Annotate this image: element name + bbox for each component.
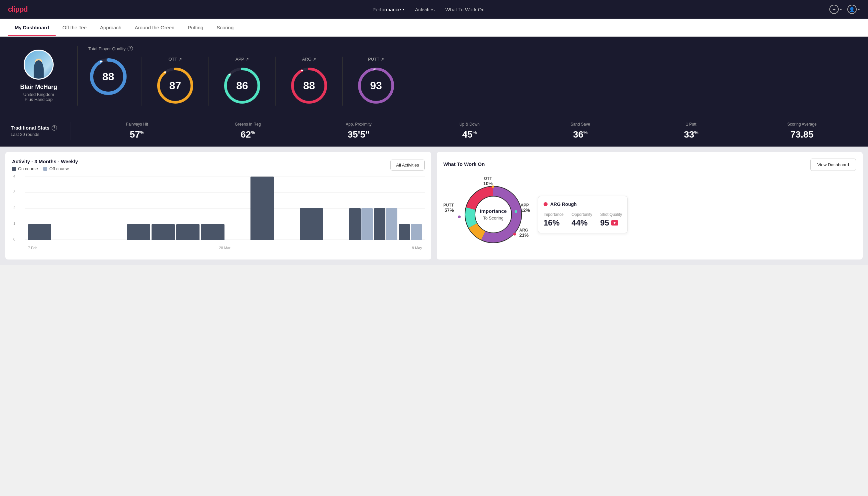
player-handicap: Plus Handicap bbox=[25, 97, 53, 102]
off-course-bar bbox=[361, 208, 373, 240]
metric-card-title-text: ARG Rough bbox=[550, 202, 577, 207]
score-arg-value: 88 bbox=[303, 80, 315, 92]
nav-activities[interactable]: Activities bbox=[415, 7, 435, 12]
score-arg: ARG ↗ 88 bbox=[276, 57, 343, 106]
donut-chart-wrap: Importance To Scoring PUTT 57% OTT 10% bbox=[443, 176, 530, 253]
user-menu-button[interactable]: 👤 ▾ bbox=[847, 5, 860, 14]
arrow-up-icon: ↗ bbox=[246, 57, 249, 62]
bar-group bbox=[176, 224, 200, 240]
avatar bbox=[23, 50, 53, 80]
chevron-down-icon: ▾ bbox=[858, 7, 860, 12]
score-putt: PUTT ↗ 93 bbox=[343, 57, 409, 106]
tab-around-the-green[interactable]: Around the Green bbox=[128, 19, 181, 36]
stat-greens-in-reg: Greens In Reg 62% bbox=[192, 122, 303, 140]
top-navigation: clippd Performance ▾ Activities What To … bbox=[0, 0, 868, 19]
score-putt-value: 93 bbox=[370, 80, 382, 92]
donut-center-title: Importance To Scoring bbox=[480, 208, 507, 221]
tpq-label: Total Player Quality ? bbox=[88, 46, 857, 51]
tab-off-the-tee[interactable]: Off the Tee bbox=[56, 19, 93, 36]
stat-sand-save: Sand Save 36% bbox=[525, 122, 636, 140]
ott-dot bbox=[492, 186, 494, 188]
tab-bar: My Dashboard Off the Tee Approach Around… bbox=[0, 19, 868, 37]
bar-group bbox=[28, 224, 51, 240]
what-to-work-on-panel: What To Work On View Dashboard bbox=[437, 152, 863, 260]
ts-period: Last 20 rounds bbox=[11, 132, 70, 137]
off-course-dot bbox=[43, 167, 47, 171]
info-icon[interactable]: ? bbox=[128, 46, 133, 51]
score-overall-value: 88 bbox=[102, 71, 114, 83]
nav-performance[interactable]: Performance ▾ bbox=[373, 7, 404, 12]
activity-panel-header: Activity - 3 Months - Weekly On course O… bbox=[12, 158, 425, 171]
score-overall: 88 bbox=[88, 57, 142, 106]
tab-scoring[interactable]: Scoring bbox=[210, 19, 240, 36]
activity-bar-chart: 4 3 2 1 0 7 Feb 28 Mar 9 May bbox=[12, 176, 425, 250]
view-dashboard-button[interactable]: View Dashboard bbox=[810, 158, 856, 171]
player-country: United Kingdom bbox=[23, 92, 54, 97]
hero-section: Blair McHarg United Kingdom Plus Handica… bbox=[0, 37, 868, 115]
legend-off-course: Off course bbox=[43, 166, 69, 171]
metric-opportunity: Opportunity 44% bbox=[571, 212, 592, 228]
app-logo[interactable]: clippd bbox=[8, 5, 28, 14]
bottom-panels: Activity - 3 Months - Weekly On course O… bbox=[0, 146, 868, 265]
chevron-down-icon: ▾ bbox=[403, 7, 404, 12]
score-ott: OTT ↗ 87 bbox=[142, 57, 209, 106]
on-course-bar bbox=[399, 224, 410, 240]
traditional-stats-section: Traditional Stats ? Last 20 rounds Fairw… bbox=[0, 115, 868, 146]
arrow-up-icon: ↗ bbox=[381, 57, 384, 62]
score-app: APP ↗ 86 bbox=[209, 57, 276, 106]
score-ott-value: 87 bbox=[169, 80, 181, 92]
stat-fairways-hit: Fairways Hit 57% bbox=[82, 122, 192, 140]
arrow-up-icon: ↗ bbox=[178, 57, 182, 62]
wtwo-title: What To Work On bbox=[443, 161, 485, 167]
what-to-work-content: Importance To Scoring PUTT 57% OTT 10% bbox=[443, 176, 856, 253]
nav-what-to-work-on[interactable]: What To Work On bbox=[445, 7, 485, 12]
all-activities-button[interactable]: All Activities bbox=[390, 159, 425, 171]
bar-group bbox=[201, 224, 224, 240]
donut-label-putt: PUTT 57% bbox=[443, 203, 454, 213]
on-course-bar bbox=[251, 176, 274, 240]
off-course-bar bbox=[411, 224, 422, 240]
on-course-dot bbox=[12, 167, 16, 171]
bar-group bbox=[152, 224, 175, 240]
metric-card-dot bbox=[543, 202, 548, 206]
on-course-bar bbox=[176, 224, 200, 240]
metric-card-arg-rough: ARG Rough Importance 16% Opportunity 44%… bbox=[538, 196, 628, 233]
on-course-bar bbox=[127, 224, 150, 240]
player-info: Blair McHarg United Kingdom Plus Handica… bbox=[11, 50, 77, 102]
add-button[interactable]: ＋ ▾ bbox=[830, 5, 842, 14]
donut-label-arg: ARG 21% bbox=[519, 228, 528, 238]
ts-info-icon[interactable]: ? bbox=[52, 125, 57, 130]
bar-group bbox=[127, 224, 150, 240]
off-course-bar bbox=[386, 208, 397, 240]
on-course-bar bbox=[374, 208, 385, 240]
nav-links: Performance ▾ Activities What To Work On bbox=[373, 7, 485, 12]
bar-group bbox=[349, 208, 373, 240]
stat-app-proximity: App. Proximity 35'5" bbox=[303, 122, 414, 140]
on-course-bar bbox=[201, 224, 224, 240]
on-course-bar bbox=[300, 208, 323, 240]
stat-up-and-down: Up & Down 45% bbox=[414, 122, 525, 140]
donut-label-app: APP 12% bbox=[521, 203, 530, 213]
down-arrow-badge: ▼ bbox=[611, 220, 618, 226]
tab-my-dashboard[interactable]: My Dashboard bbox=[8, 19, 56, 36]
x-axis-labels: 7 Feb 28 Mar 9 May bbox=[25, 246, 425, 250]
scores-section: Total Player Quality ? 88 bbox=[77, 46, 857, 106]
activity-chart-panel: Activity - 3 Months - Weekly On course O… bbox=[5, 152, 431, 260]
app-dot bbox=[515, 210, 517, 213]
bar-group bbox=[399, 224, 422, 240]
legend-on-course: On course bbox=[12, 166, 38, 171]
on-course-bar bbox=[349, 208, 360, 240]
stat-1-putt: 1 Putt 33% bbox=[636, 122, 747, 140]
player-name: Blair McHarg bbox=[20, 83, 57, 91]
bar-group bbox=[374, 208, 397, 240]
ts-stats-list: Fairways Hit 57% Greens In Reg 62% App. … bbox=[70, 122, 857, 140]
activity-chart-title: Activity - 3 Months - Weekly bbox=[12, 158, 78, 164]
metric-importance: Importance 16% bbox=[543, 212, 564, 228]
wtwo-panel-header: What To Work On View Dashboard bbox=[443, 158, 856, 171]
chevron-down-icon: ▾ bbox=[840, 7, 842, 12]
tab-approach[interactable]: Approach bbox=[93, 19, 128, 36]
arg-dot bbox=[513, 233, 516, 235]
tab-putting[interactable]: Putting bbox=[181, 19, 210, 36]
ts-title: Traditional Stats bbox=[11, 125, 50, 130]
score-app-value: 86 bbox=[236, 80, 248, 92]
